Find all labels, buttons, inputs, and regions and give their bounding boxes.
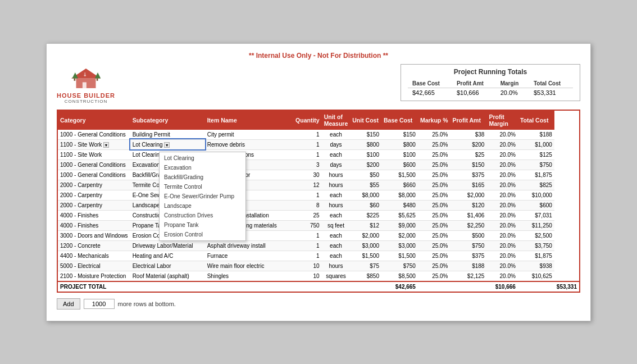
table-cell[interactable]: $11,250 [518, 220, 554, 230]
table-cell[interactable]: hours [322, 200, 351, 210]
table-cell[interactable]: $188 [518, 130, 554, 140]
table-cell[interactable]: $750 [381, 261, 418, 271]
table-cell[interactable]: 25.0% [418, 139, 451, 149]
table-cell[interactable]: 1 [293, 251, 322, 261]
table-cell[interactable]: $1,000 [518, 139, 554, 149]
table-cell[interactable]: $12 [350, 220, 381, 230]
table-cell[interactable]: 20.0% [486, 240, 517, 251]
table-cell[interactable]: 25.0% [418, 261, 451, 271]
table-cell[interactable]: each [322, 230, 351, 240]
table-cell[interactable]: $500 [451, 230, 487, 240]
table-cell[interactable]: 20.0% [486, 261, 517, 271]
table-cell[interactable]: $1,875 [518, 251, 554, 261]
table-cell[interactable]: 1 [293, 230, 322, 240]
table-cell[interactable]: Building Permit [130, 130, 205, 140]
table-cell[interactable]: 5000 - Electrical [57, 261, 130, 271]
table-cell[interactable]: $188 [451, 261, 487, 271]
table-cell[interactable]: 25.0% [418, 160, 451, 170]
table-cell[interactable]: 750 [293, 220, 322, 230]
dropdown-item-lotclearing[interactable]: Lot Clearing [160, 153, 245, 163]
table-cell[interactable]: $150 [381, 130, 418, 140]
table-cell[interactable]: $660 [381, 180, 418, 190]
dropdown-item-excavation[interactable]: Excavation [160, 163, 245, 172]
table-cell[interactable]: $8,500 [381, 271, 418, 281]
table-cell[interactable]: $10,000 [518, 190, 554, 200]
table-cell[interactable]: $8,000 [381, 190, 418, 200]
table-cell[interactable]: $800 [350, 139, 381, 149]
table-cell[interactable]: $1,500 [381, 251, 418, 261]
table-cell[interactable]: 20.0% [486, 200, 517, 210]
table-cell[interactable]: $1,500 [350, 251, 381, 261]
table-cell[interactable]: 1100 - Site Work [57, 149, 130, 160]
table-cell[interactable]: $375 [451, 251, 487, 261]
table-cell[interactable]: $2,000 [451, 190, 487, 200]
table-cell[interactable]: City permit [205, 130, 293, 140]
table-cell[interactable]: 20.0% [486, 139, 517, 149]
dropdown-item-backfill[interactable]: Backfill/Grading [160, 172, 245, 182]
table-cell[interactable]: $165 [451, 180, 487, 190]
table-cell[interactable]: 1200 - Concrete [57, 240, 130, 251]
table-cell[interactable]: 25.0% [418, 220, 451, 230]
table-cell[interactable]: 1 [293, 240, 322, 251]
dropdown-item-erosion[interactable]: Erosion Control [160, 230, 245, 239]
table-cell[interactable]: $2,500 [518, 230, 554, 240]
table-cell[interactable]: Asphalt driveway install [205, 240, 293, 251]
table-cell[interactable]: 3000 - Doors and Windows [57, 230, 130, 240]
table-cell[interactable]: 1 [293, 149, 322, 160]
add-rows-button[interactable]: Add [57, 298, 80, 310]
table-cell[interactable]: Electrical Labor [130, 261, 205, 271]
table-cell[interactable]: $600 [518, 200, 554, 210]
table-cell[interactable]: 2100 - Moisture Protection [57, 271, 130, 281]
table-cell[interactable]: $1,500 [381, 170, 418, 180]
table-cell[interactable]: $60 [350, 200, 381, 210]
table-cell[interactable]: $200 [350, 160, 381, 170]
table-cell[interactable]: 20.0% [486, 180, 517, 190]
rows-count-input[interactable] [84, 299, 115, 309]
table-cell[interactable]: days [322, 139, 351, 149]
table-cell[interactable]: $2,250 [451, 220, 487, 230]
table-cell[interactable]: 20.0% [486, 190, 517, 200]
table-cell[interactable]: $375 [451, 170, 487, 180]
table-cell[interactable]: each [322, 149, 351, 160]
table-cell[interactable]: $825 [518, 180, 554, 190]
table-cell[interactable]: $150 [350, 130, 381, 140]
table-cell[interactable]: 25.0% [418, 251, 451, 261]
table-cell[interactable]: $3,750 [518, 240, 554, 251]
table-cell[interactable]: each [322, 190, 351, 200]
table-cell[interactable]: each [322, 210, 351, 220]
table-cell[interactable]: 25.0% [418, 180, 451, 190]
table-cell[interactable]: 1000 - General Conditions [57, 130, 130, 140]
table-cell[interactable]: 25.0% [418, 190, 451, 200]
table-cell[interactable]: 1100 - Site Work ▼ [57, 139, 130, 149]
table-cell[interactable]: 12 [293, 180, 322, 190]
table-cell[interactable]: 4000 - Finishes [57, 210, 130, 220]
table-cell[interactable]: $200 [451, 139, 487, 149]
table-cell[interactable]: $55 [350, 180, 381, 190]
table-cell[interactable]: 10 [293, 261, 322, 271]
table-cell[interactable]: 1 [293, 190, 322, 200]
table-cell[interactable]: hours [322, 261, 351, 271]
table-cell[interactable]: 25.0% [418, 149, 451, 160]
category-dropdown[interactable]: Lot Clearing Excavation Backfill/Grading… [159, 152, 246, 241]
table-cell[interactable]: 3 [293, 160, 322, 170]
table-cell[interactable]: $2,000 [350, 230, 381, 240]
table-cell[interactable]: 20.0% [486, 160, 517, 170]
table-cell[interactable]: 25 [293, 210, 322, 220]
table-cell[interactable]: $2,000 [381, 230, 418, 240]
table-cell[interactable]: 20.0% [486, 210, 517, 220]
dropdown-item-eone[interactable]: E-One Sewer/Grinder Pump [160, 192, 245, 201]
table-cell[interactable]: 1000 - General Conditions [57, 170, 130, 180]
table-cell[interactable]: $480 [381, 200, 418, 210]
table-cell[interactable]: 25.0% [418, 271, 451, 281]
table-cell[interactable]: each [322, 240, 351, 251]
table-cell[interactable]: 2000 - Carpentry [57, 180, 130, 190]
table-cell[interactable]: 1 [293, 130, 322, 140]
dropdown-item-landscape[interactable]: Landscape [160, 201, 245, 211]
table-cell[interactable]: 25.0% [418, 170, 451, 180]
table-cell[interactable]: $75 [350, 261, 381, 271]
table-cell[interactable]: $600 [381, 160, 418, 170]
table-cell[interactable]: squares [322, 271, 351, 281]
dropdown-item-propane[interactable]: Propane Tank [160, 220, 245, 230]
table-cell[interactable]: $38 [451, 130, 487, 140]
table-cell[interactable]: $50 [350, 170, 381, 180]
